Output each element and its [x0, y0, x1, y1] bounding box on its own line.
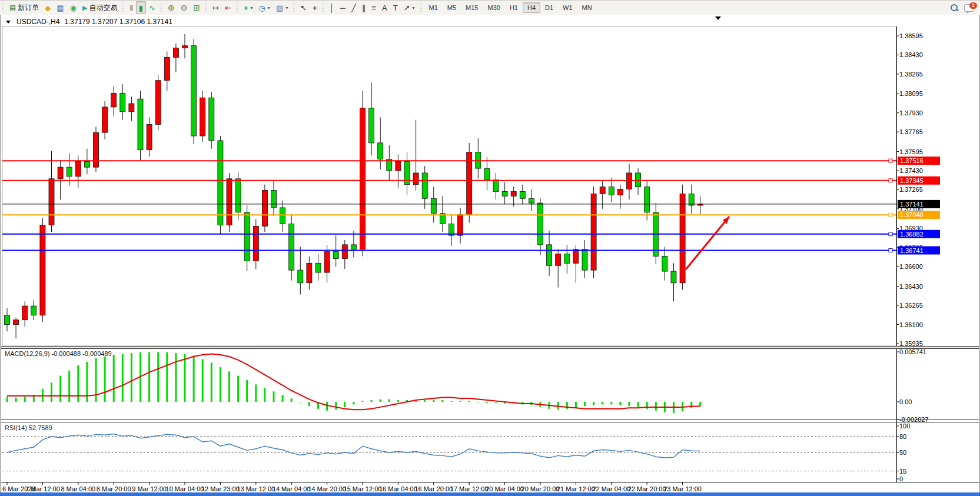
timeframe-m30-button[interactable]: M30 [483, 2, 504, 13]
svg-text:8 Mar 20:00: 8 Mar 20:00 [97, 485, 131, 492]
horizontal-line-button[interactable]: ─ [337, 1, 348, 14]
timeframe-m5-button[interactable]: M5 [443, 2, 461, 13]
svg-text:1.37930: 1.37930 [899, 109, 923, 116]
svg-text:1.36265: 1.36265 [899, 302, 923, 309]
toolbar-grip [204, 3, 208, 12]
svg-text:1.36882: 1.36882 [900, 231, 923, 238]
symbol-dropdown-icon[interactable] [6, 21, 11, 24]
tile-windows-button[interactable]: ⊞ [190, 1, 203, 14]
toolbar-grip [419, 3, 423, 12]
cursor-icon: ↖ [300, 4, 307, 12]
data-window-icon: ▦ [57, 4, 64, 12]
svg-text:15: 15 [899, 468, 906, 475]
timeframe-w1-button[interactable]: W1 [558, 2, 577, 13]
market-watch-icon: ◆ [45, 4, 51, 12]
auto-scroll-button[interactable]: ↦ [210, 1, 222, 14]
svg-text:1.37765: 1.37765 [899, 128, 923, 135]
text-icon: A [382, 4, 387, 12]
svg-text:9 Mar 12:00: 9 Mar 12:00 [132, 485, 167, 492]
svg-text:1.38095: 1.38095 [899, 90, 923, 97]
data-window-button[interactable]: ▦ [54, 1, 67, 14]
chevron-down-icon: ▾ [412, 5, 414, 11]
time-axis[interactable]: 6 Mar 20237 Mar 12:008 Mar 04:008 Mar 20… [1, 482, 979, 492]
macd-panel[interactable]: 0.0057410.00-0.002027 [6, 348, 929, 423]
templates-button[interactable]: ▧▾ [273, 1, 291, 14]
text-label-button[interactable]: T [390, 1, 401, 14]
vertical-line-button[interactable]: │ [327, 1, 337, 14]
cursor-button[interactable]: ↖ [297, 1, 310, 14]
chart-bars-button[interactable]: ‖ [127, 1, 135, 14]
navigator-button[interactable]: ◉ [67, 1, 79, 14]
price-chart[interactable]: 1.385951.384301.382651.380951.379301.377… [1, 15, 979, 492]
svg-text:15 Mar 12:00: 15 Mar 12:00 [344, 485, 382, 492]
rsi-panel[interactable]: 1008050150 [2, 422, 910, 482]
chart-candles-button[interactable]: ▮ [136, 1, 146, 14]
toolbar-grip [235, 3, 240, 12]
text-button[interactable]: A [379, 1, 390, 14]
toolbar-grip [292, 3, 296, 12]
auto-trading-button[interactable]: ▶自动交易 [79, 1, 120, 14]
text-label-icon: T [393, 4, 398, 12]
price-axis[interactable]: 1.385951.384301.382651.380951.379301.377… [896, 32, 923, 347]
svg-text:7 Mar 12:00: 7 Mar 12:00 [25, 485, 60, 492]
auto-scroll-icon: ↦ [212, 4, 219, 12]
chart-shift-icon: ⇤ [225, 4, 231, 12]
timeframe-m1-button[interactable]: M1 [424, 2, 443, 13]
svg-text:22 Mar 04:00: 22 Mar 04:00 [592, 485, 630, 492]
svg-text:1.38595: 1.38595 [899, 32, 923, 39]
svg-text:23 Mar 12:00: 23 Mar 12:00 [663, 485, 702, 492]
mt4-window: ▤新订单◆▦◉▶自动交易‖▮∿⊕⊖⊞↦⇤+▾◷▾▧▾↖+│─╱∥≡AT↗▾M1M… [0, 0, 980, 496]
chart-shift-button[interactable]: ⇤ [222, 1, 234, 14]
timeframe-m15-button[interactable]: M15 [461, 2, 483, 13]
zoom-out-button[interactable]: ⊖ [178, 1, 191, 14]
fibonacci-icon: ≡ [371, 4, 376, 12]
svg-text:22 Mar 20:00: 22 Mar 20:00 [628, 485, 666, 492]
templates-icon: ▧ [276, 4, 283, 12]
rsi-label: RSI(14) 52.7589 [5, 424, 52, 431]
crosshair-button[interactable]: + [310, 1, 320, 14]
timeframe-mn-button[interactable]: MN [577, 2, 597, 13]
shapes-button[interactable]: ↗▾ [401, 1, 418, 14]
svg-text:1.36100: 1.36100 [899, 321, 923, 328]
zoom-in-icon: ⊕ [168, 4, 175, 12]
chart-candles-icon: ▮ [139, 4, 143, 12]
timeframe-d1-button[interactable]: D1 [540, 2, 558, 13]
timeframe-h1-button[interactable]: H1 [505, 2, 523, 13]
channel-button[interactable]: ∥ [359, 1, 369, 14]
chart-shift-marker-icon[interactable] [715, 16, 721, 20]
svg-text:16 Mar 20:00: 16 Mar 20:00 [414, 485, 453, 492]
svg-text:8 Mar 04:00: 8 Mar 04:00 [61, 485, 95, 492]
chart-line-icon: ∿ [149, 4, 155, 12]
trendline-button[interactable]: ╱ [348, 1, 359, 14]
chart-window[interactable]: 1.385951.384301.382651.380951.379301.377… [0, 15, 980, 492]
svg-text:1.36741: 1.36741 [900, 247, 923, 254]
search-icon[interactable] [951, 4, 958, 12]
svg-text:0.005741: 0.005741 [899, 348, 926, 355]
notifications-icon[interactable]: 1 [964, 4, 974, 12]
svg-text:1.37048: 1.37048 [900, 211, 923, 218]
chart-line-button[interactable]: ∿ [146, 1, 158, 14]
zoom-in-button[interactable]: ⊕ [165, 1, 178, 14]
tile-windows-icon: ⊞ [193, 4, 200, 12]
periods-button[interactable]: ◷▾ [256, 1, 273, 14]
chart-title: USDCAD-,H4 1.37179 1.37207 1.37106 1.371… [6, 18, 172, 26]
svg-text:1.37345: 1.37345 [900, 177, 923, 184]
chart-symbol-timeframe: USDCAD-,H4 [16, 18, 59, 26]
channel-icon: ∥ [362, 4, 366, 12]
svg-text:12 Mar 23:00: 12 Mar 23:00 [201, 485, 240, 492]
svg-text:21 Mar 12:00: 21 Mar 12:00 [557, 485, 595, 492]
indicators-icon: + [244, 4, 248, 12]
new-order-button[interactable]: ▤新订单 [6, 1, 42, 14]
svg-text:20 Mar 20:00: 20 Mar 20:00 [521, 485, 560, 492]
toolbar-grip [1, 3, 5, 12]
svg-text:1.37141: 1.37141 [900, 201, 923, 208]
svg-text:0.00: 0.00 [899, 398, 912, 405]
market-watch-button[interactable]: ◆ [42, 1, 54, 14]
timeframe-h4-button[interactable]: H4 [523, 2, 540, 13]
svg-text:1.36430: 1.36430 [899, 283, 923, 290]
svg-text:16 Mar 04:00: 16 Mar 04:00 [379, 485, 417, 492]
svg-text:1.37595: 1.37595 [899, 148, 923, 155]
fibonacci-button[interactable]: ≡ [368, 1, 379, 14]
indicators-button[interactable]: +▾ [241, 1, 256, 14]
notification-badge: 1 [969, 2, 977, 9]
